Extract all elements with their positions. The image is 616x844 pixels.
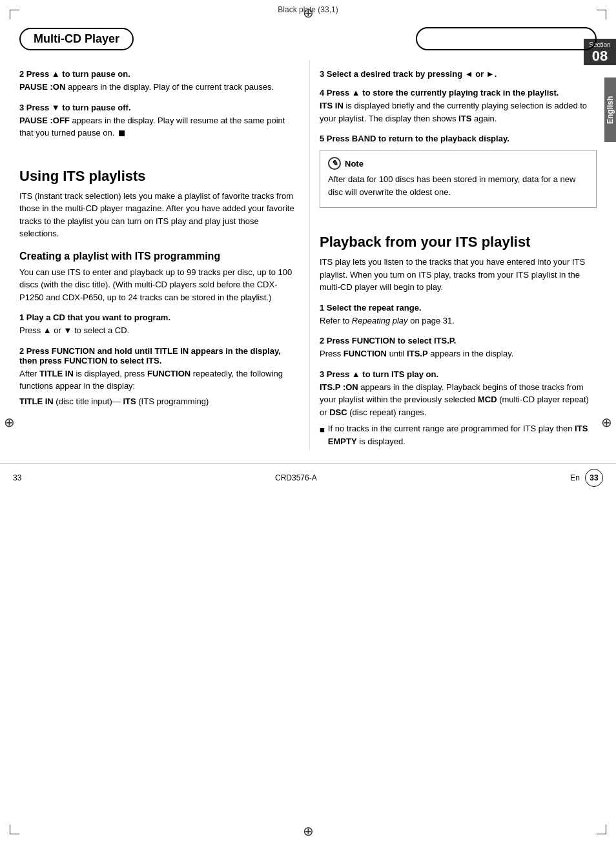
pb-bullet-text: If no tracks in the current range are pr… [328, 422, 597, 448]
r-step4-bold: ITS IN [320, 101, 344, 110]
pb-bullet: ■ If no tracks in the current range are … [320, 422, 597, 448]
step2b-its: ITS [123, 396, 136, 406]
pb-bullet-text2: is displayed. [357, 437, 406, 446]
footer-right: En 33 [570, 469, 603, 487]
subsection-intro: You can use ITS to enter and playback up… [19, 266, 296, 304]
english-sidebar: English [604, 77, 616, 142]
r-step4-header: 4 Press ▲ to store the currently playing… [320, 88, 597, 98]
step3-header: 3 Press ▼ to turn pause off. [19, 103, 296, 112]
note-title-row: ✎ Note [328, 157, 588, 170]
pb-step2-text1: Press [320, 349, 344, 358]
pb-step1-italic: Repeating play [352, 316, 408, 325]
pb-step1-text: Refer to Repeating play on page 31. [320, 314, 597, 327]
footer-page-right: 33 [585, 469, 603, 487]
step3-bold: PAUSE :OFF [19, 116, 70, 125]
pb-step3-bold1: ITS.P :ON [320, 382, 358, 392]
step2b-text1: After [19, 369, 39, 378]
step2b-header: 2 Press FUNCTION and hold until TITLE IN… [19, 346, 296, 365]
step2-header: 2 Press ▲ to turn pause on. [19, 69, 296, 79]
left-crosshair: ⊕ [4, 415, 15, 430]
top-bar: Black plate (33,1) [0, 0, 616, 17]
right-crosshair: ⊕ [601, 415, 612, 430]
footer: 33 CRD3576-A En 33 [0, 463, 616, 492]
step1-text: Press ▲ or ▼ to select a CD. [19, 324, 296, 337]
step1-header: 1 Play a CD that you want to program. [19, 313, 296, 322]
pb-step2-text: Press FUNCTION until ITS.P appears in th… [320, 347, 597, 360]
note-box: ✎ Note After data for 100 discs has been… [320, 150, 597, 208]
two-col-content: 2 Press ▲ to turn pause on. PAUSE :ON ap… [0, 60, 616, 450]
footer-left: 33 [13, 473, 21, 482]
page-container: ⊕ ⊕ ⊕ ⊕ Black plate (33,1) Section 08 En… [0, 0, 616, 844]
pb-step3-text3: (disc repeat) ranges. [349, 407, 426, 417]
pb-step1-text2: on page 31. [408, 316, 455, 325]
step2b-programming: (disc title input)— [56, 396, 120, 406]
pb-step3-header: 3 Press ▲ to turn ITS play on. [320, 369, 597, 379]
header-row: Multi-CD Player [0, 17, 616, 60]
footer-model: CRD3576-A [275, 473, 317, 482]
pb-step1-text1: Refer to [320, 316, 352, 325]
corner-mark-bl [10, 825, 19, 834]
r-step4-text1: is displayed briefly and the currently p… [320, 101, 587, 123]
left-column: 2 Press ▲ to turn pause on. PAUSE :ON ap… [19, 60, 296, 450]
pb-step2-header: 2 Press FUNCTION to select ITS.P. [320, 336, 597, 345]
pb-step2-bold1: FUNCTION [344, 349, 387, 358]
step3-text: PAUSE :OFF appears in the display. Play … [19, 114, 296, 139]
corner-mark-br [597, 825, 606, 834]
note-text: After data for 100 discs has been stored… [328, 173, 588, 198]
step2b-text2: is displayed, press [74, 369, 147, 378]
note-title-text: Note [345, 159, 364, 169]
stop-symbol [119, 130, 125, 136]
pb-step1-header: 1 Select the repeat range. [320, 303, 597, 313]
step2b-its-label: (ITS programming) [138, 396, 209, 406]
step2b-text: After TITLE IN is displayed, press FUNCT… [19, 367, 296, 393]
footer-page-left: 33 [13, 473, 21, 482]
title-box: Multi-CD Player [19, 28, 134, 50]
step2-text-cont: appears in the display. Play of the curr… [65, 82, 274, 92]
right-title-pill [416, 27, 597, 50]
right-column: 3 Select a desired track by pressing ◄ o… [309, 60, 597, 450]
r-step4-bold2: ITS [458, 114, 471, 123]
playback-intro: ITS play lets you listen to the tracks t… [320, 256, 597, 294]
pb-step2-bold2: ITS.P [407, 349, 428, 358]
r-step4-text2: again. [474, 114, 497, 123]
bottom-crosshair: ⊕ [303, 823, 314, 839]
pb-step3-text: ITS.P :ON appears in the display. Playba… [320, 381, 597, 419]
pb-bullet-text1: If no tracks in the current range are pr… [328, 424, 575, 433]
step2-text: PAUSE :ON appears in the display. Play o… [19, 81, 296, 94]
step2b-display: TITLE IN (disc title input)— ITS (ITS pr… [19, 395, 296, 408]
section-heading: Using ITS playlists [19, 168, 296, 185]
plate-info: Black plate (33,1) [278, 5, 338, 14]
step2b-title-in: TITLE IN [19, 396, 54, 406]
playback-heading: Playback from your ITS playlist [320, 234, 597, 251]
step2-bold: PAUSE :ON [19, 82, 65, 92]
pb-step2-text2: until [387, 349, 407, 358]
section-intro: ITS (instant track selection) lets you m… [19, 190, 296, 240]
r-step3-header: 3 Select a desired track by pressing ◄ o… [320, 69, 597, 79]
pb-step3-bold3: DSC [329, 407, 347, 417]
pb-step3-bold2: MCD [478, 395, 497, 404]
main-title: Multi-CD Player [34, 32, 119, 46]
r-step4-text: ITS IN is displayed briefly and the curr… [320, 99, 597, 125]
subsection-heading: Creating a playlist with ITS programming [19, 251, 296, 262]
note-icon: ✎ [328, 157, 341, 170]
bullet-icon: ■ [320, 424, 325, 448]
step2b-bold1: TITLE IN [39, 369, 74, 378]
footer-en-label: En [570, 473, 580, 482]
r-step5-header: 5 Press BAND to return to the playback d… [320, 134, 597, 143]
step2b-bold2: FUNCTION [147, 369, 190, 378]
pb-step2-text3: appears in the display. [428, 349, 514, 358]
